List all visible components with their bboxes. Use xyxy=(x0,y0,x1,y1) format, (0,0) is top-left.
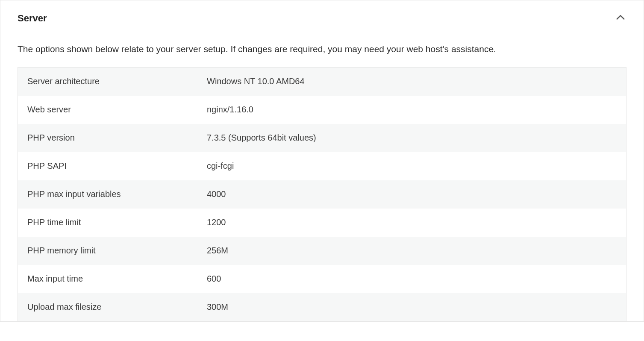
server-info-table: Server architecture Windows NT 10.0 AMD6… xyxy=(18,67,626,321)
panel-header[interactable]: Server xyxy=(0,0,644,29)
table-row: Server architecture Windows NT 10.0 AMD6… xyxy=(18,68,626,96)
server-panel: Server The options shown below relate to… xyxy=(0,0,644,322)
table-row: PHP time limit 1200 xyxy=(18,209,626,237)
chevron-up-icon[interactable] xyxy=(615,12,626,25)
panel-title: Server xyxy=(18,13,47,24)
row-value: 600 xyxy=(207,274,221,284)
table-row: Web server nginx/1.16.0 xyxy=(18,96,626,124)
panel-description: The options shown below relate to your s… xyxy=(0,29,644,67)
table-row: PHP version 7.3.5 (Supports 64bit values… xyxy=(18,124,626,152)
row-value: nginx/1.16.0 xyxy=(207,105,253,115)
row-label: Web server xyxy=(27,105,207,115)
table-row: PHP SAPI cgi-fcgi xyxy=(18,152,626,180)
row-value: 256M xyxy=(207,246,228,256)
row-value: 300M xyxy=(207,302,228,312)
row-label: PHP memory limit xyxy=(27,246,207,256)
row-value: 1200 xyxy=(207,218,226,227)
row-label: PHP SAPI xyxy=(27,161,207,171)
table-row: PHP max input variables 4000 xyxy=(18,180,626,209)
row-value: cgi-fcgi xyxy=(207,161,234,171)
row-label: PHP time limit xyxy=(27,218,207,227)
table-row: Max input time 600 xyxy=(18,265,626,293)
row-label: Upload max filesize xyxy=(27,302,207,312)
row-label: PHP max input variables xyxy=(27,189,207,199)
row-value: 7.3.5 (Supports 64bit values) xyxy=(207,133,316,143)
row-value: Windows NT 10.0 AMD64 xyxy=(207,76,305,86)
row-label: PHP version xyxy=(27,133,207,143)
row-label: Server architecture xyxy=(27,76,207,86)
row-value: 4000 xyxy=(207,189,226,199)
row-label: Max input time xyxy=(27,274,207,284)
table-row: Upload max filesize 300M xyxy=(18,293,626,321)
table-row: PHP memory limit 256M xyxy=(18,237,626,265)
